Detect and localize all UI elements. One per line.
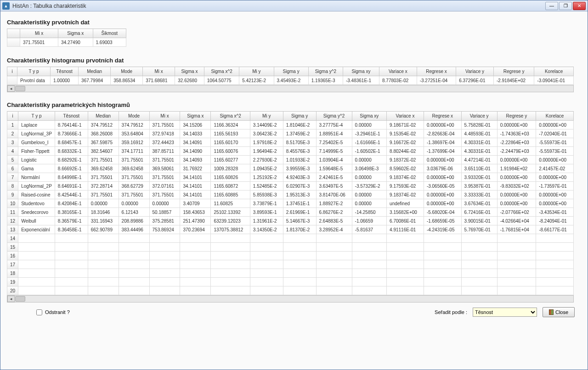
cell: Laplace: [18, 121, 55, 129]
cell: 6.12143: [119, 208, 149, 217]
cell: 0.00000: [352, 121, 387, 129]
column-header: Variace x: [379, 67, 417, 76]
scroll-thumb[interactable]: [15, 296, 25, 302]
cell: [7, 76, 17, 85]
cell: 372.28714: [88, 182, 119, 191]
cell: [536, 269, 574, 278]
cell: [316, 286, 352, 295]
cell: 8.59602E-02: [387, 164, 424, 173]
cell: [497, 286, 536, 295]
cell: 372.44423: [149, 138, 180, 147]
cell: [180, 269, 211, 278]
cell: 34.14033: [180, 129, 211, 138]
cell: -8.24094E-01: [536, 217, 574, 225]
cell: [18, 234, 55, 243]
cell: 34.14090: [180, 147, 211, 156]
cell: 3.89593E-1: [250, 208, 283, 217]
cell: 11: [7, 208, 18, 217]
col-sigmax: Sigma x: [58, 29, 93, 38]
cell: [88, 243, 119, 252]
horizontal-scrollbar[interactable]: ◄: [7, 295, 574, 303]
cell: [55, 286, 88, 295]
cell: 15: [7, 243, 18, 252]
table-row: 18: [7, 269, 574, 278]
cell: [497, 269, 536, 278]
cell: 9.18374E-02: [387, 173, 424, 182]
cell: 18: [7, 269, 18, 278]
cell: 8.51705E-3: [283, 138, 316, 147]
table-row: 20: [7, 286, 574, 295]
cell: -1.38697E-04: [424, 138, 461, 147]
cell: 3.15682E+00: [387, 208, 424, 217]
column-header: Mi y: [250, 112, 283, 121]
cell: 3.27775E-4: [316, 121, 352, 129]
cell: 1165.56193: [211, 129, 250, 138]
close-dialog-button[interactable]: Close: [543, 307, 575, 317]
cell: [88, 260, 119, 269]
cell: 3.03679E-06: [424, 164, 461, 173]
cell: 1.88927E-2: [316, 199, 352, 208]
cell: 3.99559E-3: [283, 164, 316, 173]
cell: 137075.38812: [211, 225, 250, 234]
cell: 369.62458: [119, 164, 149, 173]
cell: [424, 260, 461, 269]
cell: 1.81370E-2: [283, 225, 316, 234]
cell: 9.18372E-02: [387, 156, 424, 164]
cell: 16: [7, 252, 18, 260]
column-header: Variace y: [461, 112, 497, 121]
minimize-button[interactable]: —: [545, 2, 558, 10]
cell: 382.54607: [88, 147, 119, 156]
cell: -3.43534E-01: [536, 208, 574, 217]
cell: [180, 278, 211, 286]
cell: -1.74363E+03: [497, 129, 536, 138]
cell: [283, 269, 316, 278]
cell: 3.06423E-2: [250, 129, 283, 138]
cell: 13: [7, 225, 18, 234]
cell: [211, 269, 250, 278]
cell: 372.07161: [149, 182, 180, 191]
cell: [18, 278, 55, 286]
cell: [387, 260, 424, 269]
column-header: Median: [88, 112, 119, 121]
column-header: Regrese x: [417, 67, 456, 76]
cell: Gama: [18, 164, 55, 173]
cell: [461, 234, 497, 243]
close-button[interactable]: ✕: [573, 2, 586, 10]
cell: 7.25402E-5: [316, 138, 352, 147]
cell: 371.75501: [119, 191, 149, 199]
cell: 6.86276E-2: [316, 208, 352, 217]
cell: [149, 269, 180, 278]
cell: [55, 243, 88, 252]
cell: Snedecorovo: [18, 208, 55, 217]
cell: 251.47390: [180, 217, 211, 225]
column-header: Mode: [119, 112, 149, 121]
cell: [352, 278, 387, 286]
cell: [424, 286, 461, 295]
maximize-button[interactable]: ❐: [559, 2, 572, 10]
cell: 1.59648E-5: [316, 164, 352, 173]
cell: [180, 260, 211, 269]
cell: 0.00000E+00: [497, 121, 536, 129]
cell: 1.09435E-2: [250, 164, 283, 173]
column-header: Sigma xy: [352, 112, 387, 121]
remove-checkbox[interactable]: [36, 309, 42, 315]
cell: 19: [7, 278, 18, 286]
cell: [250, 286, 283, 295]
scroll-left-icon[interactable]: ◄: [7, 296, 15, 302]
horizontal-scrollbar[interactable]: ◄: [7, 85, 574, 92]
scroll-left-icon[interactable]: ◄: [7, 85, 15, 92]
scroll-thumb[interactable]: [15, 86, 25, 91]
cell: [250, 234, 283, 243]
cell: 1165.60885: [211, 191, 250, 199]
cell: 371.68681: [143, 76, 175, 85]
sort-select[interactable]: Těsnost: [473, 308, 537, 317]
cell: -5.68020E-04: [424, 208, 461, 217]
cell: 369.62458: [88, 164, 119, 173]
cell: [424, 252, 461, 260]
cell: -1.06659: [352, 217, 387, 225]
cell: 4.30331E-01: [461, 147, 497, 156]
cell: [119, 260, 149, 269]
cell: 9.18671E-02: [387, 121, 424, 129]
cell: [250, 252, 283, 260]
cell: [316, 260, 352, 269]
